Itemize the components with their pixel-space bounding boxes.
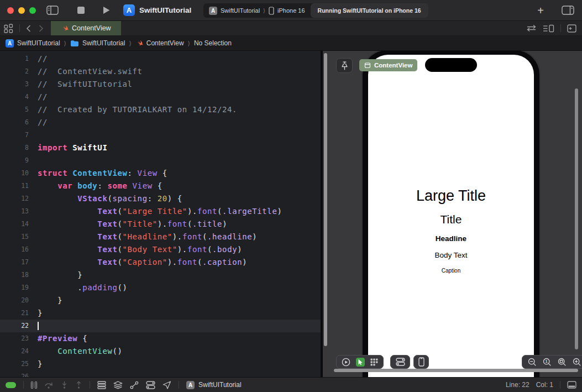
add-toolbar-button[interactable]: +	[534, 4, 547, 17]
breadcrumb-project[interactable]: A SwiftUITutorial	[6, 39, 60, 48]
go-back-button[interactable]	[22, 21, 35, 35]
line-number: 1	[0, 53, 29, 65]
preview-body: Body Text	[434, 251, 467, 259]
line-number: 26	[0, 370, 29, 377]
zoom-out-icon[interactable]	[528, 358, 537, 367]
code-line[interactable]: 2// ContentView.swift	[0, 65, 321, 78]
code-line[interactable]: 1//	[0, 53, 321, 65]
step-over-icon[interactable]	[44, 381, 54, 389]
add-editor-icon[interactable]	[567, 24, 576, 33]
code-editor[interactable]: 1//2// ContentView.swift3// SwiftUITutor…	[0, 51, 321, 377]
pin-preview-button[interactable]	[336, 58, 353, 73]
code-line[interactable]: 15 Text("Headline").font(.headline)	[0, 231, 321, 243]
zoom-100-icon[interactable]: 1	[543, 358, 552, 367]
run-button[interactable]	[102, 6, 111, 15]
line-number: 17	[0, 256, 29, 269]
scheme-app-icon: A	[209, 7, 217, 15]
debug-graph-icon[interactable]	[130, 381, 139, 389]
variants-mode-button[interactable]	[370, 358, 378, 366]
code-line[interactable]: 14 Text("Title").font(.title)	[0, 218, 321, 231]
selectable-mode-button[interactable]	[356, 358, 365, 367]
close-window-button[interactable]	[7, 7, 14, 14]
preview-title: Title	[441, 213, 462, 226]
tab-contentview[interactable]: ContentView	[51, 21, 121, 35]
line-number: 12	[0, 192, 29, 205]
step-into-icon[interactable]	[61, 381, 68, 389]
editor-layout-button[interactable]	[562, 6, 574, 15]
code-line[interactable]: 21}	[0, 307, 321, 320]
stop-button[interactable]	[77, 7, 85, 14]
minimap-options-icon[interactable]	[543, 24, 554, 33]
code-line[interactable]: 24 ContentView()	[0, 345, 321, 358]
preview-device-button[interactable]	[413, 355, 429, 369]
minimize-window-button[interactable]	[18, 7, 25, 14]
line-number: 5	[0, 103, 29, 116]
device-settings-button[interactable]	[390, 355, 410, 369]
iphone-screen[interactable]: Large Title Title Headline Body Text Cap…	[368, 55, 534, 377]
view-hierarchy-icon[interactable]	[97, 381, 106, 389]
code-line[interactable]: 8import SwiftUI	[0, 142, 321, 154]
code-line[interactable]: 3// SwiftUITutorial	[0, 78, 321, 91]
pause-execution-button[interactable]	[31, 381, 37, 389]
debug-console-toggle[interactable]	[567, 381, 576, 389]
breadcrumb-separator: ⟩	[129, 40, 131, 47]
text-cursor	[38, 322, 39, 330]
code-line[interactable]: 11 var body: some View {	[0, 180, 321, 192]
code-line[interactable]: 10struct ContentView: View {	[0, 167, 321, 180]
code-line[interactable]: 26	[0, 370, 321, 377]
breakpoints-toggle[interactable]	[6, 382, 16, 388]
preview-scrollbar-left[interactable]	[324, 53, 327, 346]
line-number: 23	[0, 332, 29, 345]
code-line[interactable]: 6//	[0, 116, 321, 129]
code-line[interactable]: 16 Text("Body Text").font(.body)	[0, 243, 321, 256]
related-items-button[interactable]	[0, 21, 17, 35]
debug-bar: A SwiftUITutorial Line: 22 Col: 1	[0, 377, 582, 392]
code-line[interactable]: 22	[0, 320, 321, 332]
breadcrumb-group[interactable]: SwiftUITutorial	[70, 39, 125, 47]
environment-overrides-icon[interactable]	[146, 381, 155, 389]
breadcrumb-selection[interactable]: No Selection	[194, 39, 232, 47]
preview-selection-pill[interactable]: ContentView	[359, 59, 417, 71]
zoom-in-icon[interactable]	[573, 358, 581, 367]
debug-session-item[interactable]: A SwiftUITutorial	[186, 381, 242, 389]
line-number: 20	[0, 294, 29, 307]
grid-icon	[4, 24, 13, 33]
window-glyph-icon	[364, 62, 371, 69]
scheme-selector[interactable]: A SwiftUITutorial ⟩ iPhone 16 Running Sw…	[203, 3, 422, 18]
breadcrumb-file[interactable]: ContentView	[135, 39, 184, 47]
line-number: 24	[0, 345, 29, 358]
scheme-target[interactable]: A SwiftUITutorial ⟩ iPhone 16	[203, 7, 311, 15]
code-line[interactable]: 18 }	[0, 269, 321, 281]
preview-canvas: Large Title Title Headline Body Text Cap…	[323, 51, 582, 377]
memory-graph-icon[interactable]	[113, 381, 123, 389]
code-line[interactable]: 12 VStack(spacing: 20) {	[0, 192, 321, 205]
preview-scrollbar-right[interactable]	[575, 88, 578, 349]
code-line[interactable]: 25}	[0, 358, 321, 370]
code-line[interactable]: 17 Text("Caption").font(.caption)	[0, 256, 321, 269]
preview-scrollbar-horizontal[interactable]	[334, 369, 578, 372]
go-forward-button[interactable]	[35, 21, 48, 35]
simulate-location-icon[interactable]	[162, 381, 171, 389]
line-number: 10	[0, 167, 29, 180]
scheme-project-label: SwiftUITutorial	[221, 7, 260, 14]
code-line[interactable]: 13 Text("Large Title").font(.largeTitle)	[0, 205, 321, 218]
zoom-controls: 1	[522, 355, 582, 369]
code-line[interactable]: 23#Preview {	[0, 332, 321, 345]
code-line[interactable]: 19 .padding()	[0, 281, 321, 294]
code-line[interactable]: 4//	[0, 91, 321, 103]
tab-label: ContentView	[72, 24, 111, 32]
code-line[interactable]: 20 }	[0, 294, 321, 307]
zoom-fit-icon[interactable]	[558, 358, 567, 367]
code-line[interactable]: 7	[0, 129, 321, 142]
iphone-preview-frame: Large Title Title Headline Body Text Cap…	[361, 51, 541, 377]
code-line[interactable]: 5// Created by TUTORIALKART on 14/12/24.	[0, 103, 321, 116]
line-number: 25	[0, 358, 29, 370]
zoom-window-button[interactable]	[29, 7, 36, 14]
step-out-icon[interactable]	[75, 381, 82, 389]
line-number: 16	[0, 243, 29, 256]
navigator-sidebar-toggle[interactable]	[46, 6, 59, 15]
live-preview-button[interactable]	[342, 358, 350, 367]
swap-editors-icon[interactable]	[526, 24, 537, 32]
activity-status[interactable]: Running SwiftUITutorial on iPhone 16	[311, 3, 428, 18]
code-line[interactable]: 9	[0, 154, 321, 167]
